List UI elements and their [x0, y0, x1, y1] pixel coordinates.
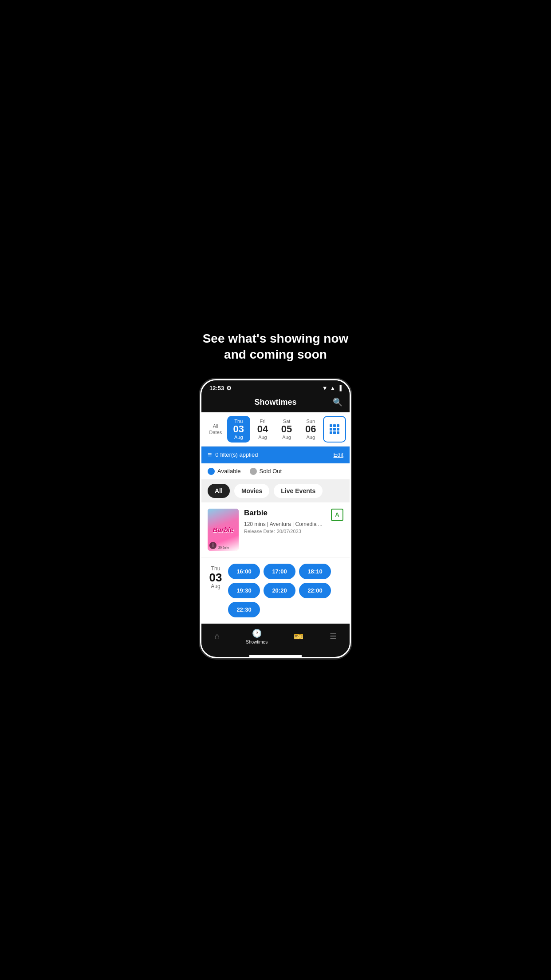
movie-meta: 120 mins | Aventura | Comedia ...: [244, 521, 343, 527]
showtime-row: Thu 03 Aug 16:00 17:00 18:10 19:30 20:20…: [208, 564, 343, 617]
tab-all[interactable]: All: [208, 484, 230, 498]
release-label: Release Date:: [244, 529, 275, 534]
date-item-fri04[interactable]: Fri 04 Aug: [251, 416, 274, 443]
movie-poster: Barbie i 20 Julio: [208, 509, 239, 551]
home-icon: ⌂: [214, 631, 220, 641]
thu03-month: Aug: [234, 435, 243, 440]
sun06-dayname: Sun: [306, 419, 315, 424]
fri04-daynum: 04: [257, 424, 268, 435]
clock-icon: 🕐: [252, 628, 262, 638]
menu-icon: ☰: [330, 632, 337, 641]
date-item-sat05[interactable]: Sat 05 Aug: [275, 416, 298, 443]
time-2200[interactable]: 22:00: [299, 583, 331, 598]
sun06-daynum: 06: [305, 424, 316, 435]
date-item-sun06[interactable]: Sun 06 Aug: [299, 416, 322, 443]
movie-title: Barbie: [244, 509, 268, 518]
available-dot: [208, 468, 215, 475]
showtime-date: Thu 03 Aug: [208, 564, 224, 589]
home-indicator: [249, 655, 302, 657]
nav-tickets[interactable]: 🎫: [294, 632, 303, 641]
sold-out-label: Sold Out: [260, 468, 282, 474]
time-1600[interactable]: 16:00: [228, 564, 260, 579]
date-item-thu03[interactable]: Thu 03 Aug: [227, 416, 250, 443]
time-1930[interactable]: 19:30: [228, 583, 260, 598]
movie-release: Release Date: 20/07/2023: [244, 529, 343, 534]
search-button[interactable]: 🔍: [333, 397, 342, 407]
battery-icon: ▐: [338, 385, 342, 391]
app-header: Showtimes 🔍: [201, 394, 350, 412]
poster-release-date: 20 Julio: [218, 546, 229, 549]
time-2230[interactable]: 22:30: [228, 602, 260, 617]
sun06-month: Aug: [306, 435, 315, 440]
all-dates-label-top: All: [213, 423, 218, 429]
date-item-all[interactable]: All Dates: [205, 416, 226, 443]
signal-icon: ▲: [330, 385, 336, 391]
thu03-daynum: 03: [233, 424, 244, 435]
time-2020[interactable]: 20:20: [264, 583, 295, 598]
time-1810[interactable]: 18:10: [299, 564, 331, 579]
showtime-dom: 03: [209, 572, 222, 583]
date-selector: All Dates Thu 03 Aug Fri 04 Aug: [201, 412, 350, 447]
showtime-mon: Aug: [211, 583, 220, 589]
app-title: Showtimes: [254, 398, 296, 407]
nav-menu[interactable]: ☰: [330, 632, 337, 641]
movie-info: Barbie A 120 mins | Aventura | Comedia .…: [244, 509, 343, 551]
status-bar: 12:53 ⚙ ▼ ▲ ▐: [201, 380, 350, 394]
sat05-daynum: 05: [281, 424, 292, 435]
gear-icon: ⚙: [226, 385, 232, 391]
poster-barbie-text: Barbie: [213, 526, 234, 533]
app-content: All Dates Thu 03 Aug Fri 04 Aug: [201, 412, 350, 624]
filter-bar: ≡ 0 filter(s) applied Edit: [201, 447, 350, 463]
nav-home[interactable]: ⌂: [214, 631, 220, 641]
all-dates-label-bottom: Dates: [209, 430, 222, 435]
rating-badge: A: [331, 509, 343, 521]
showtimes-section: Thu 03 Aug 16:00 17:00 18:10 19:30 20:20…: [201, 557, 350, 624]
phone-frame: 12:53 ⚙ ▼ ▲ ▐ Showtimes 🔍 All: [200, 379, 351, 658]
legend-sold-out: Sold Out: [250, 468, 282, 475]
sold-out-dot: [250, 468, 257, 475]
nav-showtimes-label: Showtimes: [246, 640, 268, 644]
ticket-icon: 🎫: [294, 632, 303, 641]
info-icon: i: [209, 542, 216, 549]
page-wrapper: See what's showing nowand coming soon 12…: [184, 313, 367, 667]
bottom-nav: ⌂ 🕐 Showtimes 🎫 ☰: [201, 624, 350, 652]
fri04-dayname: Fri: [260, 419, 266, 424]
calendar-button[interactable]: [323, 416, 346, 443]
legend-available: Available: [208, 468, 241, 475]
movie-card: Barbie i 20 Julio Barbie A 120 mins | Av…: [201, 502, 350, 557]
rating-text: A: [335, 511, 339, 518]
time-text: 12:53: [209, 385, 224, 391]
available-label: Available: [217, 468, 241, 474]
thu03-dayname: Thu: [234, 419, 243, 424]
showtime-times: 16:00 17:00 18:10 19:30 20:20 22:00 22:3…: [228, 564, 343, 617]
edit-filter-button[interactable]: Edit: [334, 451, 343, 458]
sat05-dayname: Sat: [283, 419, 291, 424]
sat05-month: Aug: [282, 435, 291, 440]
calendar-grid-icon: [330, 424, 339, 434]
filter-text: 0 filter(s) applied: [215, 451, 258, 458]
release-date: 20/07/2023: [277, 529, 301, 534]
wifi-icon: ▼: [322, 385, 328, 391]
nav-showtimes[interactable]: 🕐 Showtimes: [246, 628, 268, 644]
search-icon: 🔍: [333, 398, 342, 407]
status-icons: ▼ ▲ ▐: [322, 385, 342, 391]
legend: Available Sold Out: [201, 463, 350, 479]
tab-movies[interactable]: Movies: [234, 484, 269, 498]
tab-live-events[interactable]: Live Events: [274, 484, 323, 498]
filter-left: ≡ 0 filter(s) applied: [208, 451, 258, 459]
category-tabs: All Movies Live Events: [201, 479, 350, 502]
headline: See what's showing nowand coming soon: [203, 331, 349, 363]
filter-icon: ≡: [208, 451, 212, 459]
status-time: 12:53 ⚙: [209, 385, 232, 391]
poster-barbie-bg: Barbie i 20 Julio: [208, 509, 239, 551]
fri04-month: Aug: [258, 435, 267, 440]
time-1700[interactable]: 17:00: [264, 564, 295, 579]
